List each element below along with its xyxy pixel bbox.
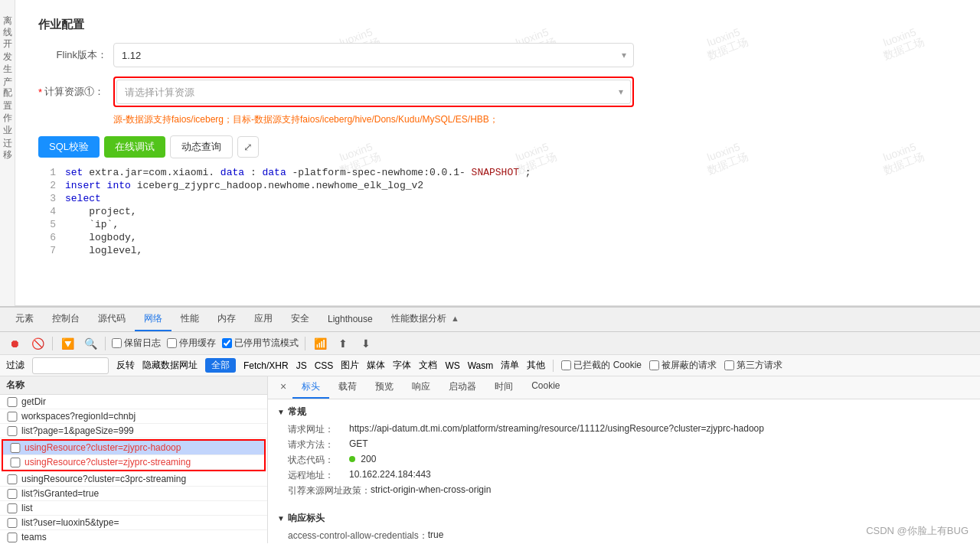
network-item-list-user[interactable]: list?user=luoxin5&type= — [0, 516, 267, 530]
wifi-button[interactable]: 📶 — [312, 335, 328, 352]
expand-icon[interactable]: ⤢ — [237, 136, 259, 158]
tab-lighthouse[interactable]: Lighthouse — [318, 309, 382, 331]
network-item-list[interactable]: list — [0, 501, 267, 516]
filter-button[interactable]: 🔽 — [59, 335, 76, 352]
sql-validate-button[interactable]: SQL校验 — [38, 136, 100, 158]
list-granted-checkbox[interactable] — [6, 489, 18, 499]
preserve-log-label[interactable]: 保留日志 — [112, 337, 161, 350]
filter-opt-wasm[interactable]: Wasm — [468, 360, 494, 371]
filter-input[interactable] — [32, 357, 109, 374]
left-sidebar: 离 线 开 发 生 产 配 置 作 业 迁 移 — [0, 0, 15, 306]
using-hadoop-checkbox[interactable] — [9, 443, 21, 453]
detail-tab-preview[interactable]: 预览 — [366, 376, 403, 399]
resource-select[interactable]: 请选择计算资源 — [116, 80, 631, 104]
code-editor: 1 set extra.jar=com.xiaomi. data : data … — [38, 166, 965, 257]
teams-checkbox[interactable] — [6, 533, 18, 542]
dynamic-query-button[interactable]: 动态查询 — [170, 135, 233, 158]
list-page-name: list?page=1&pageSize=999 — [21, 425, 261, 436]
detail-tab-headers[interactable]: 标头 — [292, 376, 329, 399]
filter-opt-reverse[interactable]: 反转 — [116, 359, 135, 372]
third-party-label[interactable]: 第三方请求 — [724, 359, 782, 372]
detail-tab-payload[interactable]: 载荷 — [329, 376, 366, 399]
filter-opt-manifest[interactable]: 清单 — [501, 359, 519, 372]
filter-opt-hide-data[interactable]: 隐藏数据网址 — [142, 359, 198, 372]
using-streaming-checkbox[interactable] — [9, 458, 21, 467]
referrer-key: 引荐来源网址政策： — [288, 484, 371, 497]
filter-opt-doc[interactable]: 文档 — [419, 359, 437, 372]
list-page-checkbox[interactable] — [6, 426, 18, 436]
preserve-log-checkbox[interactable] — [112, 338, 122, 348]
status-code-key: 状态代码： — [288, 454, 349, 467]
perf-icon: ▲ — [451, 314, 459, 323]
tab-security[interactable]: 安全 — [282, 308, 318, 331]
tab-memory[interactable]: 内存 — [208, 308, 245, 331]
throttle-checkbox[interactable] — [222, 338, 232, 348]
filter-opt-other[interactable]: 其他 — [527, 359, 545, 372]
workspaces-checkbox[interactable] — [6, 412, 18, 422]
blocked-request-checkbox[interactable] — [649, 360, 659, 370]
tab-source[interactable]: 源代码 — [89, 308, 135, 331]
required-star: * — [38, 86, 42, 98]
tab-console[interactable]: 控制台 — [43, 308, 89, 331]
filter-opt-font[interactable]: 字体 — [393, 359, 411, 372]
network-list: 名称 getDir workspaces?regionId=chnbj list… — [0, 376, 268, 543]
network-item-using-streaming[interactable]: usingResource?cluster=zjyprc-streaming — [3, 455, 264, 470]
getDir-checkbox[interactable] — [6, 397, 18, 407]
network-item-list-granted[interactable]: list?isGranted=true — [0, 487, 267, 501]
disable-cache-checkbox[interactable] — [167, 338, 177, 348]
request-url-value: https://api-datum.dt.mi.com/platform/str… — [349, 423, 764, 436]
resource-row: * 计算资源①： 请选择计算资源 ▾ — [38, 77, 965, 107]
detail-tab-timing[interactable]: 时间 — [485, 376, 522, 399]
list-checkbox[interactable] — [6, 503, 18, 513]
detail-tab-initiator[interactable]: 启动器 — [439, 376, 485, 399]
network-item-c3prc[interactable]: usingResource?cluster=c3prc-streaming — [0, 472, 267, 487]
request-method-row: 请求方法： GET — [277, 438, 971, 451]
tab-network[interactable]: 网络 — [135, 308, 172, 331]
upload-button[interactable]: ⬆ — [335, 335, 351, 352]
filter-opt-img[interactable]: 图片 — [341, 359, 359, 372]
third-party-checkbox[interactable] — [724, 360, 734, 370]
clear-button[interactable]: 🚫 — [29, 335, 46, 352]
network-item-teams[interactable]: teams — [0, 530, 267, 543]
network-item-getDir[interactable]: getDir — [0, 395, 267, 409]
network-toolbar: ⏺ 🚫 🔽 🔍 保留日志 停用缓存 已停用节流模式 📶 ⬆ ⬇ — [0, 332, 980, 355]
tab-elements[interactable]: 元素 — [6, 308, 43, 331]
disable-cache-label[interactable]: 停用缓存 — [167, 337, 216, 350]
online-debug-button[interactable]: 在线调试 — [104, 136, 165, 158]
network-item-using-hadoop[interactable]: usingResource?cluster=zjyprc-hadoop — [3, 441, 264, 455]
record-button[interactable]: ⏺ — [6, 335, 23, 352]
detail-close-button[interactable]: × — [274, 376, 292, 399]
detail-tab-cookie[interactable]: Cookie — [522, 376, 569, 399]
detail-tab-response[interactable]: 响应 — [403, 376, 439, 399]
general-section-header[interactable]: ▼ 常规 — [277, 406, 971, 419]
filter-opt-css[interactable]: CSS — [315, 360, 334, 371]
flink-select-wrapper[interactable]: 1.12 ▾ — [113, 43, 634, 67]
workspaces-name: workspaces?regionId=chnbj — [21, 411, 261, 422]
throttle-label[interactable]: 已停用节流模式 — [222, 337, 299, 350]
filter-opt-all[interactable]: 全部 — [205, 358, 236, 373]
filter-opt-js[interactable]: JS — [296, 360, 307, 371]
response-headers-section-header[interactable]: ▼ 响应标头 — [277, 512, 971, 525]
filter-opt-fetch[interactable]: Fetch/XHR — [243, 360, 289, 371]
resource-select-inner[interactable]: 请选择计算资源 ▾ — [116, 80, 631, 104]
tab-application[interactable]: 应用 — [245, 308, 282, 331]
code-line-7: 7 loglevel, — [38, 244, 965, 257]
filter-opt-media[interactable]: 媒体 — [367, 359, 385, 372]
blocked-cookie-label[interactable]: 已拦截的 Cookie — [561, 359, 642, 372]
network-item-workspaces[interactable]: workspaces?regionId=chnbj — [0, 409, 267, 424]
blocked-cookie-checkbox[interactable] — [561, 360, 571, 370]
using-hadoop-name: usingResource?cluster=zjyprc-hadoop — [24, 442, 258, 453]
download-button[interactable]: ⬇ — [358, 335, 374, 352]
tab-perf-insights[interactable]: 性能数据分析 ▲ — [382, 308, 469, 331]
search-button[interactable]: 🔍 — [82, 335, 99, 352]
list-user-checkbox[interactable] — [6, 518, 18, 528]
blocked-request-label[interactable]: 被屏蔽的请求 — [649, 359, 717, 372]
network-item-list-page[interactable]: list?page=1&pageSize=999 — [0, 424, 267, 438]
tab-performance[interactable]: 性能 — [172, 308, 208, 331]
toolbar-sep-1 — [52, 337, 53, 350]
filter-opt-ws[interactable]: WS — [445, 360, 459, 371]
request-detail-panel: × 标头 载荷 预览 响应 启动器 时间 Cookie ▼ 常规 — [268, 376, 980, 543]
c3prc-checkbox[interactable] — [6, 474, 18, 484]
flink-version-select[interactable]: 1.12 — [113, 43, 634, 67]
request-url-key: 请求网址： — [288, 423, 349, 436]
